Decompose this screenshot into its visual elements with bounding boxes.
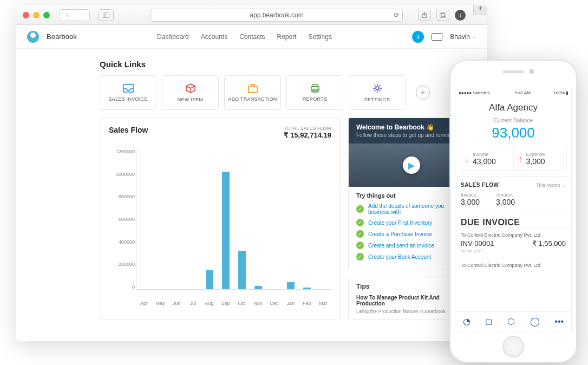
share-button[interactable] xyxy=(418,10,431,21)
quick-link-add-transaction[interactable]: ADD TRANSACTION xyxy=(224,75,281,110)
tabs-button[interactable] xyxy=(436,10,449,21)
refresh-icon[interactable]: ⟳ xyxy=(394,11,399,19)
nav-accounts[interactable]: Accounts xyxy=(201,33,227,41)
bar-jun xyxy=(169,149,185,289)
invoice-id: INV-00001 xyxy=(461,239,494,247)
y-tick: 0 xyxy=(109,284,135,290)
svg-rect-3 xyxy=(440,14,445,18)
x-label: Apr xyxy=(136,301,152,306)
main-nav: Dashboard Accounts Contacts Report Setti… xyxy=(157,33,332,41)
bar-nov xyxy=(250,149,266,289)
phone-amount-label: Amount xyxy=(496,192,515,198)
browser-window: ‹ › app.bearbook.com ⟳ ↓ + Bearbook Dash… xyxy=(16,5,487,341)
check-icon: ✓ xyxy=(356,253,364,260)
user-menu[interactable]: Bhavin ⌄ xyxy=(450,33,476,41)
quick-link-sales-invoice[interactable]: SALES INVOICE xyxy=(100,75,156,110)
downloads-button[interactable]: ↓ xyxy=(455,10,466,21)
play-icon: ▶ xyxy=(403,157,420,174)
invoice-to: To Control Electric Company Pvt. Ltd. xyxy=(461,263,566,268)
quick-link-add[interactable]: + xyxy=(411,75,435,110)
sales-flow-card: Sales Flow TOTAL SALES FLOW ₹ 15,92,714.… xyxy=(100,118,341,320)
invoice-date: 20 Jul 2017 xyxy=(461,249,566,253)
nav-dashboard[interactable]: Dashboard xyxy=(157,33,189,41)
quick-link-new-item[interactable]: NEW ITEM xyxy=(162,75,219,110)
app-header: Bearbook Dashboard Accounts Contacts Rep… xyxy=(16,25,487,49)
x-label: Dec xyxy=(266,301,283,306)
bar-jul xyxy=(185,149,201,289)
nav-contacts[interactable]: Contacts xyxy=(239,33,265,41)
expense-stat[interactable]: ↑ Expense 3,000 xyxy=(514,147,567,170)
phone-sales-filter[interactable]: This Month ⌄ xyxy=(536,182,566,188)
bar-jan xyxy=(283,149,299,289)
arrow-up-icon: ↑ xyxy=(518,153,523,165)
x-label: Jan xyxy=(283,301,299,306)
tab-inbox-icon[interactable]: ◻ xyxy=(485,316,492,327)
bar-oct xyxy=(234,149,250,289)
check-icon: ✓ xyxy=(356,230,364,238)
x-label: Nov xyxy=(250,301,266,306)
income-stat[interactable]: ↓ Income 43,000 xyxy=(460,147,514,170)
tab-more-icon[interactable]: ••• xyxy=(554,317,564,327)
inbox-icon xyxy=(122,83,134,93)
phone-home-button[interactable] xyxy=(502,336,524,357)
quick-link-reports[interactable]: REPORTS xyxy=(286,75,343,110)
sidebar-toggle-button[interactable] xyxy=(99,9,114,21)
bar-apr xyxy=(136,149,153,289)
minimize-window-button[interactable] xyxy=(33,12,40,18)
phone-tab-bar: ◔ ◻ ⬡ ◯ ••• xyxy=(455,311,571,331)
add-button[interactable]: + xyxy=(412,31,424,43)
close-window-button[interactable] xyxy=(23,12,29,18)
x-label: Aug xyxy=(201,301,217,306)
nav-report[interactable]: Report xyxy=(277,33,297,41)
share-icon xyxy=(422,12,427,18)
phone-status-bar: ●●●●● Sketch ᯤ 9:41 AM 100% ▮ xyxy=(455,88,571,97)
quick-link-settings[interactable]: SETTINGS xyxy=(349,75,406,110)
svg-rect-4 xyxy=(441,12,446,17)
keyboard-shortcuts-icon[interactable] xyxy=(432,33,442,41)
bar-mar xyxy=(315,149,331,289)
y-tick: 1200000 xyxy=(109,149,135,154)
svg-rect-5 xyxy=(249,86,257,93)
back-button[interactable]: ‹ xyxy=(60,9,75,21)
tab-user-icon[interactable]: ◯ xyxy=(530,316,540,327)
address-bar[interactable]: app.bearbook.com ⟳ xyxy=(151,9,403,22)
due-invoice-title: DUE INVOICE xyxy=(461,218,566,227)
nav-settings[interactable]: Settings xyxy=(309,33,332,41)
maximize-window-button[interactable] xyxy=(43,12,50,18)
x-label: Jul xyxy=(185,301,201,306)
bar-dec xyxy=(266,149,283,289)
svg-rect-0 xyxy=(103,12,109,18)
check-icon: ✓ xyxy=(356,205,364,213)
invoice-to: To Control Electric Company Pvt. Ltd. xyxy=(461,232,566,238)
svg-point-9 xyxy=(376,87,379,90)
bar xyxy=(222,172,230,289)
bearbook-logo-icon xyxy=(27,31,39,43)
bar-chart: 120000010000008000006000004000002000000 xyxy=(109,149,331,301)
window-controls xyxy=(23,12,50,18)
new-tab-button[interactable]: + xyxy=(473,5,487,15)
forward-button[interactable]: › xyxy=(75,9,90,21)
invoice-item[interactable]: To Control Electric Company Pvt. Ltd.INV… xyxy=(455,227,571,258)
x-label: Oct xyxy=(233,301,250,306)
phone-speaker xyxy=(502,70,524,73)
chart-title: Sales Flow xyxy=(109,126,148,134)
phone-mockup: ●●●●● Sketch ᯤ 9:41 AM 100% ▮ Alfa Agenc… xyxy=(449,60,577,363)
income-value: 43,000 xyxy=(473,157,496,166)
tab-dashboard-icon[interactable]: ◔ xyxy=(463,316,471,327)
bar xyxy=(287,282,295,289)
bar xyxy=(254,286,262,290)
agency-title: Alfa Agency xyxy=(455,97,571,113)
check-icon: ✓ xyxy=(356,242,364,249)
x-label: Mar xyxy=(315,301,331,306)
bar xyxy=(303,288,311,289)
phone-carrier: ●●●●● Sketch ᯤ xyxy=(459,90,492,95)
invoice-item[interactable]: To Control Electric Company Pvt. Ltd. xyxy=(455,258,571,272)
try-item-label: Create a Purchase Invoice xyxy=(368,231,432,237)
x-label: Feb xyxy=(299,301,315,306)
browser-toolbar: ‹ › app.bearbook.com ⟳ ↓ + xyxy=(16,5,487,25)
tab-box-icon[interactable]: ⬡ xyxy=(507,316,515,327)
x-label: Sep xyxy=(217,301,233,306)
svg-rect-6 xyxy=(311,87,319,91)
quick-links-title: Quick Links xyxy=(100,60,474,69)
bar-sep xyxy=(218,149,234,289)
